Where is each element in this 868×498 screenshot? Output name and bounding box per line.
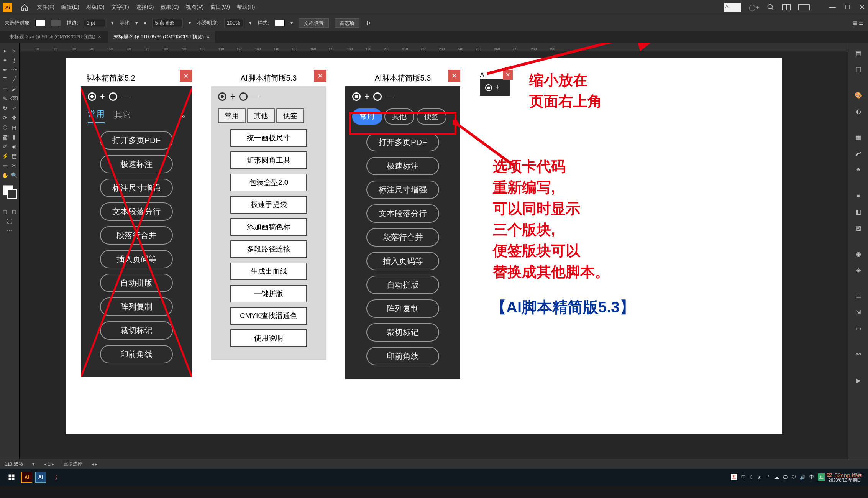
menu-file[interactable]: 文件(F) <box>37 4 54 11</box>
script-button[interactable]: 自动拼版 <box>100 274 173 292</box>
opacity-input[interactable] <box>224 19 243 27</box>
panel-53light-tab-common[interactable]: 常用 <box>218 108 246 123</box>
arrange-docs-icon[interactable] <box>782 4 791 10</box>
lasso-tool[interactable]: ⟆ <box>10 56 18 64</box>
doc-tab-1[interactable]: 未标题-2.ai @ 50 % (CMYK/CPU 预览) × <box>4 31 107 43</box>
symbol-sprayer-tool[interactable]: ⚡ <box>1 152 9 160</box>
minimize-button[interactable]: — <box>829 3 836 12</box>
tray-volume-icon[interactable]: 🔊 <box>800 475 806 480</box>
taskbar-ai-2[interactable]: Ai <box>35 472 46 483</box>
perspective-tool[interactable]: ▦ <box>10 123 18 131</box>
taskbar-app-icon[interactable]: ⟆ <box>48 470 64 484</box>
script-button[interactable]: 包装盒型2.0 <box>230 174 307 191</box>
script-button[interactable]: 印前角线 <box>366 347 439 365</box>
free-transform-tool[interactable]: ✥ <box>10 113 18 122</box>
color-panel-icon[interactable]: 🎨 <box>852 88 865 102</box>
links-panel-icon[interactable]: ⚯ <box>852 347 865 361</box>
script-button[interactable]: 使用说明 <box>230 329 307 347</box>
tray-shield2-icon[interactable]: 🛡 <box>791 475 796 480</box>
zoom-tool[interactable]: 🔍 <box>10 171 18 179</box>
selection-tool[interactable]: ▸ <box>1 46 9 55</box>
direct-selection-tool[interactable]: ▹ <box>10 46 18 55</box>
asset-export-panel-icon[interactable]: ⇲ <box>852 305 865 319</box>
draw-mode-icon[interactable]: ◻ <box>1 207 9 216</box>
swatches-panel-icon[interactable]: ▦ <box>852 130 865 144</box>
appearance-panel-icon[interactable]: ◉ <box>852 247 865 261</box>
tray-keyboard-icon[interactable]: 五 <box>818 473 825 481</box>
tray-ime-zh[interactable]: 中 <box>741 474 746 480</box>
fill-swatch[interactable] <box>35 20 45 26</box>
script-button[interactable]: 段落行合并 <box>366 228 439 247</box>
panel-mini-close-button[interactable]: ✕ <box>503 70 513 80</box>
menu-select[interactable]: 选择(S) <box>136 4 154 11</box>
preferences-button[interactable]: 首选项 <box>335 18 359 28</box>
edit-toolbar-icon[interactable]: ⋯ <box>1 227 18 235</box>
script-button[interactable]: 打开多页PDF <box>366 133 439 151</box>
pen-tool[interactable]: ✒ <box>1 66 9 74</box>
shape-builder-tool[interactable]: ⬡ <box>1 123 9 131</box>
libraries-panel-icon[interactable]: ◫ <box>852 62 865 76</box>
draw-behind-icon[interactable]: ◻ <box>10 207 18 216</box>
graphic-styles-panel-icon[interactable]: ◈ <box>852 263 865 277</box>
transparency-panel-icon[interactable]: ▨ <box>852 221 865 235</box>
stroke-swatch[interactable] <box>51 20 61 26</box>
panel-53light-tab-notes[interactable]: 便签 <box>276 108 304 123</box>
tray-cloud-icon[interactable]: ☁ <box>774 475 779 480</box>
script-button[interactable]: 阵列复制 <box>366 299 439 318</box>
script-button[interactable]: 添加画稿色标 <box>230 218 307 236</box>
script-button[interactable]: 生成出血线 <box>230 263 307 280</box>
start-button[interactable] <box>3 470 20 484</box>
graphic-style-swatch[interactable] <box>275 20 285 26</box>
menu-type[interactable]: 文字(T) <box>112 4 129 11</box>
tray-monitor-icon[interactable]: 🖵 <box>783 475 788 480</box>
script-button[interactable]: CMYK查找潘通色 <box>230 307 307 325</box>
artboards-panel-icon[interactable]: ▭ <box>852 321 865 335</box>
panel-53light-radio-row[interactable]: +— <box>218 92 319 102</box>
menu-help[interactable]: 帮助(H) <box>237 4 255 11</box>
brush-tool[interactable]: 🖌 <box>10 85 18 93</box>
brushes-panel-icon[interactable]: 🖌 <box>852 146 865 160</box>
menu-window[interactable]: 窗口(W) <box>210 4 230 11</box>
script-button[interactable]: 打开多页PDF <box>100 131 173 150</box>
search-mini-box[interactable]: A. <box>724 3 741 12</box>
rotate-tool[interactable]: ↻ <box>1 104 9 112</box>
menu-view[interactable]: 视图(V) <box>186 4 204 11</box>
maximize-button[interactable]: □ <box>845 3 850 12</box>
hand-tool[interactable]: ✋ <box>1 171 9 179</box>
stroke-color-icon[interactable] <box>7 189 17 199</box>
circle-add-icon[interactable]: ◯+ <box>749 4 759 11</box>
tray-ime2[interactable]: 中 <box>809 474 814 480</box>
gradient-panel-icon[interactable]: ◧ <box>852 205 865 219</box>
menu-edit[interactable]: 编辑(E) <box>61 4 79 11</box>
script-button[interactable]: 印前角线 <box>100 345 173 363</box>
magic-wand-tool[interactable]: ✦ <box>1 56 9 64</box>
doc-setup-button[interactable]: 文档设置 <box>299 18 329 28</box>
panel-52-tab-common[interactable]: 常用 <box>88 108 105 123</box>
tray-ime-indicator[interactable]: 五 <box>731 474 737 480</box>
rectangle-tool[interactable]: ▭ <box>1 85 9 93</box>
stroke-panel-icon[interactable]: ≡ <box>852 189 865 202</box>
script-button[interactable]: 多段路径连接 <box>230 240 307 258</box>
script-button[interactable]: 文本段落分行 <box>100 202 173 221</box>
brush-icon[interactable]: ● <box>144 20 147 26</box>
script-button[interactable]: 标注尺寸增强 <box>100 179 173 197</box>
menu-effect[interactable]: 效果(C) <box>161 4 179 11</box>
zoom-level[interactable]: 110.65% <box>5 462 23 467</box>
tray-shield-icon[interactable]: ⛨ <box>758 475 762 480</box>
properties-panel-icon[interactable]: ▤ <box>852 46 865 60</box>
workspace-switcher-icon[interactable] <box>798 4 810 10</box>
panel-53dark-close-button[interactable]: ✕ <box>448 70 460 82</box>
curvature-tool[interactable]: 〰 <box>10 66 18 74</box>
play-icon[interactable]: ▶ <box>852 373 865 387</box>
type-tool[interactable]: T <box>1 75 9 84</box>
script-button[interactable]: 自动拼版 <box>366 276 439 294</box>
artboard-tool[interactable]: ▭ <box>1 161 9 170</box>
gradient-tool[interactable]: ▮ <box>10 133 18 141</box>
stroke-weight-input[interactable] <box>84 19 105 27</box>
symbols-panel-icon[interactable]: ♣ <box>852 163 865 176</box>
script-button[interactable]: 标注尺寸增强 <box>366 181 439 199</box>
mesh-tool[interactable]: ▩ <box>1 133 9 141</box>
graph-tool[interactable]: ▤ <box>10 152 18 160</box>
width-tool[interactable]: ⟳ <box>1 113 9 122</box>
tray-chevron-up-icon[interactable]: ＾ <box>766 474 771 480</box>
